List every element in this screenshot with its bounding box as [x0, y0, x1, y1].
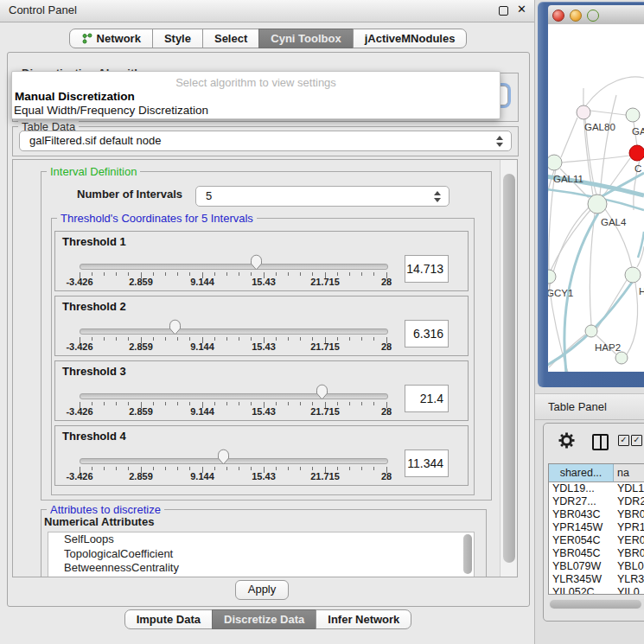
tick-mark	[165, 402, 166, 405]
column-header-shared[interactable]: shared...	[549, 464, 614, 482]
network-node-gal11[interactable]	[548, 155, 562, 170]
number-of-intervals-value: 5	[206, 189, 212, 202]
threshold-slider-track[interactable]	[80, 393, 388, 399]
threshold-value-field[interactable]: 21.4	[405, 385, 449, 412]
table-cell: YDL1	[617, 482, 644, 495]
tab-infer-network[interactable]: Infer Network	[316, 609, 411, 629]
table-row[interactable]: YBL079WYBL0	[549, 560, 644, 573]
tick-mark	[239, 272, 239, 276]
network-node-label: HAP2	[595, 342, 621, 353]
tick-mark	[177, 467, 178, 470]
tab-cyni-toolbox[interactable]: Cyni Toolbox	[258, 29, 353, 48]
threshold-slider-track[interactable]	[80, 264, 388, 270]
network-node-gcy1[interactable]	[548, 270, 556, 284]
dropdown-option-manual[interactable]: Manual Discretization	[15, 90, 135, 103]
network-node[interactable]	[615, 352, 628, 364]
close-icon[interactable]: ✕	[517, 3, 526, 16]
tick-mark	[116, 272, 117, 276]
network-node-gal4[interactable]	[588, 194, 607, 214]
tick-mark	[373, 402, 374, 405]
tick-mark	[165, 467, 166, 470]
table-panel-title: Table Panel	[548, 400, 607, 413]
attribute-list-item[interactable]: BetweennessCentrality	[48, 561, 474, 576]
apply-button[interactable]: Apply	[235, 580, 289, 600]
tick-label: 28	[381, 471, 392, 481]
tick-mark	[92, 272, 92, 276]
tick-mark	[361, 467, 362, 470]
table-hscrollbar-thumb[interactable]	[550, 600, 641, 609]
tick-mark	[288, 467, 289, 470]
tick-mark	[177, 272, 178, 276]
attribute-list-item[interactable]: TopologicalCoefficient	[48, 547, 474, 562]
table-row[interactable]: YER054CYER0	[549, 534, 644, 547]
network-node-h[interactable]	[625, 267, 641, 283]
tab-impute-data[interactable]: Impute Data	[124, 609, 213, 629]
gear-icon[interactable]	[558, 432, 575, 449]
table-row[interactable]: YDR27...YDR2	[549, 495, 644, 508]
column-header-name[interactable]: na	[614, 464, 644, 482]
tick-mark	[92, 402, 92, 405]
table-hscrollbar-track[interactable]	[549, 599, 644, 609]
threshold-slider-track[interactable]	[80, 458, 388, 464]
zoom-light-icon[interactable]	[587, 10, 599, 22]
threshold-slider-track[interactable]	[80, 328, 388, 335]
network-icon	[81, 33, 92, 44]
tick-label: -3.426	[66, 277, 92, 287]
tab-label: Cyni Toolbox	[271, 29, 341, 48]
control-panel-titlebar: Control Panel ✕	[0, 0, 534, 22]
minimize-light-icon[interactable]	[570, 10, 582, 22]
attributes-list-scrollbar[interactable]	[463, 534, 472, 574]
dropdown-option-equal-width[interactable]: Equal Width/Frequency Discretization	[14, 104, 208, 117]
table-row[interactable]: YBR045CYBR0	[549, 547, 644, 560]
tab-network[interactable]: Network	[69, 29, 153, 48]
table-data-select[interactable]: galFiltered.sif default node	[19, 131, 512, 151]
threshold-slider-thumb[interactable]	[250, 254, 263, 273]
tick-mark	[300, 272, 301, 276]
tab-discretize-data[interactable]: Discretize Data	[212, 609, 316, 629]
network-node-hap2[interactable]	[585, 325, 597, 337]
threshold-panel: Threshold 4-3.4262.8599.14415.4321.71528…	[54, 425, 469, 486]
tick-mark	[165, 337, 166, 341]
threshold-slider-thumb[interactable]	[169, 319, 182, 338]
network-node-gal80[interactable]	[577, 105, 590, 119]
threshold-slider-thumb[interactable]	[316, 384, 328, 403]
tab-select[interactable]: Select	[202, 29, 259, 48]
tick-label: 15.43	[252, 277, 276, 287]
close-light-icon[interactable]	[552, 10, 564, 22]
network-node-c[interactable]	[629, 145, 644, 161]
tick-mark	[361, 272, 362, 276]
table-row[interactable]: YLR345WYLR3	[549, 573, 644, 586]
float-icon[interactable]	[499, 6, 508, 16]
table-row[interactable]: YDL19...YDL1	[549, 482, 644, 495]
table-row[interactable]: YBR043CYBR0	[549, 508, 644, 521]
tick-mark	[337, 402, 338, 405]
tab-style[interactable]: Style	[152, 29, 203, 48]
tick-mark	[239, 467, 239, 470]
window-title: Control Panel	[9, 3, 77, 16]
split-columns-icon[interactable]	[592, 434, 609, 450]
tick-mark	[92, 467, 92, 470]
tick-mark	[251, 467, 252, 470]
tick-mark	[288, 337, 289, 341]
threshold-value-field[interactable]: 6.316	[405, 320, 449, 348]
threshold-value-field[interactable]: 14.713	[405, 255, 449, 283]
tick-mark	[251, 337, 252, 341]
tick-label: 21.715	[310, 406, 340, 417]
tick-mark	[104, 467, 105, 470]
threshold-value-field[interactable]: 11.344	[405, 450, 449, 477]
threshold-slider-thumb[interactable]	[217, 449, 230, 468]
table-row[interactable]: YIL052CYIL0	[549, 586, 644, 595]
settings-scrollbar-track[interactable]	[500, 160, 518, 577]
tick-mark	[128, 272, 129, 276]
network-node-ga[interactable]	[626, 108, 640, 122]
tab-jactivemnodules[interactable]: jActiveMNodules	[353, 29, 468, 48]
checkbox-icon[interactable]: ✓	[618, 435, 629, 446]
number-of-intervals-select[interactable]: 5	[195, 186, 450, 207]
checkbox-icon[interactable]: ✓	[631, 435, 642, 446]
tick-label: 21.715	[310, 341, 340, 352]
tab-label: Select	[214, 29, 247, 48]
table-row[interactable]: YPR145WYPR1	[549, 521, 644, 534]
settings-scrollbar-thumb[interactable]	[503, 174, 515, 563]
tab-label: Infer Network	[328, 610, 399, 628]
attribute-list-item[interactable]: SelfLoops	[48, 532, 474, 547]
